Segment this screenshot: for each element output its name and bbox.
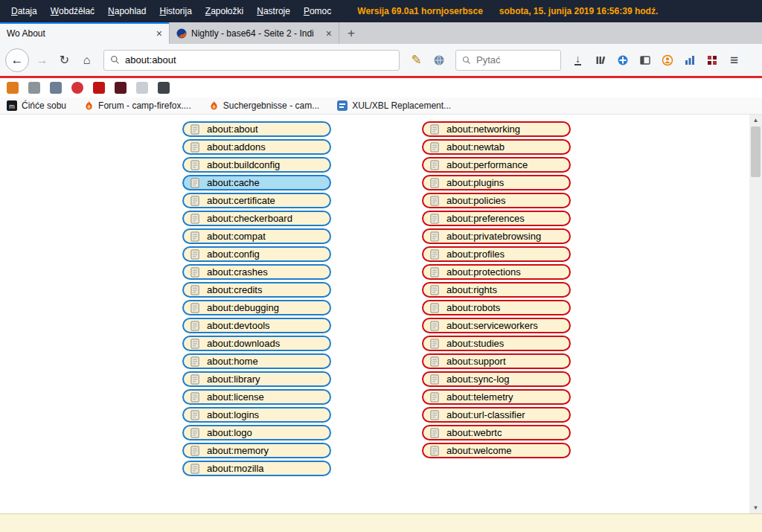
about-button-about-addons[interactable]: about:addons	[182, 139, 331, 155]
about-button-about-crashes[interactable]: about:crashes	[182, 264, 331, 280]
about-button-about-checkerboard[interactable]: about:checkerboard	[182, 211, 331, 226]
toolbar-icon-row	[0, 78, 762, 97]
about-button-about-mozilla[interactable]: about:mozilla	[182, 461, 331, 476]
search-input[interactable]	[476, 54, 554, 65]
about-button-about-home[interactable]: about:home	[182, 353, 331, 369]
toolbar-bookmark-icon-2[interactable]	[28, 82, 40, 94]
about-link-label: about:studies	[446, 338, 504, 349]
close-icon[interactable]: ×	[326, 28, 332, 39]
close-icon[interactable]: ×	[156, 28, 162, 39]
tab-nightly[interactable]: Nightly - base64 - Seite 2 - Indi ×	[170, 22, 339, 44]
blue-extension-button[interactable]	[613, 50, 632, 71]
home-button[interactable]: ⌂	[77, 50, 96, 71]
about-link-label: about:rights	[446, 284, 497, 295]
about-button-about-sync-log[interactable]: about:sync-log	[422, 371, 571, 387]
about-button-about-robots[interactable]: about:robots	[422, 300, 571, 315]
new-tab-button[interactable]: +	[339, 22, 363, 44]
menu-nastroje[interactable]: Nastroje	[250, 0, 297, 22]
reload-button[interactable]: ↻	[55, 50, 74, 71]
toolbar-bookmark-icon-8[interactable]	[158, 82, 170, 94]
scrollbar[interactable]: ▲ ▼	[749, 115, 762, 513]
pen-button[interactable]: ✎	[407, 50, 426, 71]
about-button-about-about[interactable]: about:about	[182, 121, 331, 137]
about-link-label: about:downloads	[207, 338, 280, 349]
downloads-button[interactable]: ↓	[569, 50, 587, 71]
about-button-about-newtab[interactable]: about:newtab	[422, 139, 571, 155]
menu-label: N	[108, 6, 115, 16]
forward-button[interactable]: →	[33, 50, 51, 71]
about-button-about-url-classifier[interactable]: about:url-classifier	[422, 407, 571, 423]
menu-button[interactable]: ≡	[725, 50, 743, 71]
toolbar-bookmark-icon-7[interactable]	[136, 82, 148, 94]
about-button-about-rights[interactable]: about:rights	[422, 282, 571, 298]
page-icon	[429, 303, 441, 313]
about-button-about-support[interactable]: about:support	[422, 353, 571, 369]
toolbar-bookmark-icon-4[interactable]	[71, 82, 83, 94]
about-button-about-certificate[interactable]: about:certificate	[182, 193, 331, 208]
about-button-about-memory[interactable]: about:memory	[182, 443, 331, 458]
about-button-about-studies[interactable]: about:studies	[422, 336, 571, 351]
about-button-about-protections[interactable]: about:protections	[422, 264, 571, 280]
about-button-about-performance[interactable]: about:performance	[422, 157, 571, 173]
url-bar[interactable]	[103, 50, 400, 71]
url-input[interactable]	[125, 54, 393, 65]
menu-napohlad[interactable]: Napohlad	[101, 0, 153, 22]
about-button-about-credits[interactable]: about:credits	[182, 282, 331, 298]
grid-extension-button[interactable]	[702, 50, 721, 71]
scroll-up-arrow[interactable]: ▲	[749, 115, 762, 126]
sidebar-button[interactable]	[635, 50, 654, 71]
page-icon	[429, 124, 441, 135]
scroll-down-arrow[interactable]: ▼	[749, 502, 762, 513]
tab-wo-about[interactable]: Wo About ×	[0, 22, 170, 44]
about-button-about-webrtc[interactable]: about:webrtc	[422, 425, 571, 440]
toolbar-bookmark-icon-3[interactable]	[50, 82, 62, 94]
about-button-about-welcome[interactable]: about:welcome	[422, 443, 571, 458]
firefox-nightly-icon	[176, 28, 187, 39]
about-list-left: about:aboutabout:addonsabout:buildconfig…	[182, 121, 331, 478]
account-button[interactable]	[658, 50, 676, 71]
menu-dataja[interactable]: Dataja	[4, 0, 44, 22]
bookmark-item[interactable]: XUL/XBL Replacement...	[337, 100, 451, 111]
about-link-label: about:certificate	[207, 195, 275, 206]
sidebar-icon	[639, 54, 651, 66]
about-button-about-buildconfig[interactable]: about:buildconfig	[182, 157, 331, 173]
about-button-about-plugins[interactable]: about:plugins	[422, 175, 571, 190]
about-button-about-serviceworkers[interactable]: about:serviceworkers	[422, 318, 571, 333]
about-button-about-library[interactable]: about:library	[182, 371, 331, 387]
bookmark-item[interactable]: Forum - camp-firefox....	[84, 100, 191, 111]
about-button-about-cache[interactable]: about:cache	[182, 175, 331, 190]
about-button-about-privatebrowsing[interactable]: about:privatebrowsing	[422, 228, 571, 244]
about-button-about-preferences[interactable]: about:preferences	[422, 211, 571, 226]
about-button-about-telemetry[interactable]: about:telemetry	[422, 389, 571, 405]
page-icon	[429, 231, 441, 242]
menu-pomoc[interactable]: Pomoc	[297, 0, 338, 22]
about-button-about-profiles[interactable]: about:profiles	[422, 246, 571, 262]
bookmark-item[interactable]: Suchergebnisse - cam...	[209, 100, 319, 111]
menu-historija[interactable]: Historija	[153, 0, 198, 22]
about-button-about-downloads[interactable]: about:downloads	[182, 336, 331, 351]
about-button-about-devtools[interactable]: about:devtools	[182, 318, 331, 333]
about-button-about-debugging[interactable]: about:debugging	[182, 300, 331, 315]
about-button-about-compat[interactable]: about:compat	[182, 228, 331, 244]
toolbar-bookmark-icon-6[interactable]	[115, 82, 127, 94]
about-button-about-networking[interactable]: about:networking	[422, 121, 571, 137]
toolbar-bookmark-icon-5[interactable]	[93, 82, 105, 94]
library-icon	[595, 54, 606, 66]
about-button-about-license[interactable]: about:license	[182, 389, 331, 405]
globe-extension-button[interactable]	[429, 50, 448, 71]
about-button-about-logo[interactable]: about:logo	[182, 425, 331, 440]
back-button[interactable]: ←	[5, 48, 29, 72]
library-button[interactable]	[591, 50, 609, 71]
about-button-about-logins[interactable]: about:logins	[182, 407, 331, 423]
page-icon	[190, 160, 201, 170]
bookmark-item[interactable]: mĆińće sobu	[7, 100, 66, 111]
menu-zapooki[interactable]: Zapołožki	[199, 0, 250, 22]
menu-wobda[interactable]: Wobdźěłać	[44, 0, 101, 22]
search-bar[interactable]	[455, 50, 561, 71]
about-button-about-policies[interactable]: about:policies	[422, 193, 571, 208]
toolbar-bookmark-icon-1[interactable]	[7, 82, 19, 94]
about-link-label: about:url-classifier	[446, 409, 525, 420]
measure-button[interactable]	[680, 50, 699, 71]
scrollbar-thumb[interactable]	[751, 126, 761, 177]
about-button-about-config[interactable]: about:config	[182, 246, 331, 262]
